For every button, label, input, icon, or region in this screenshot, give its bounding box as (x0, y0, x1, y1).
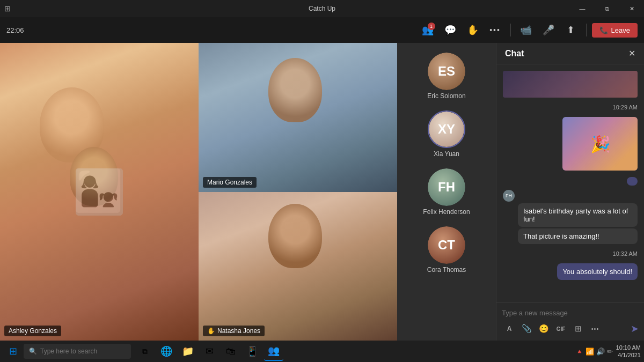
divider (510, 24, 511, 36)
edge-button[interactable]: 🌐 (157, 342, 176, 361)
chat-title: Chat (505, 49, 524, 58)
chat-more-button[interactable]: ••• (588, 321, 603, 336)
video-cell-mario: Mario Gonzales (199, 43, 397, 192)
felix-chat-avatar: FH (503, 190, 515, 202)
chevron-up-icon[interactable]: 🔺 (576, 348, 583, 355)
participant-item-xia[interactable]: XY Xia Yuan (397, 106, 496, 162)
participant-avatar-cora: CT (428, 226, 465, 264)
xia-avatar-bg: XY (429, 112, 464, 147)
more-icon: ••• (489, 26, 501, 34)
cora-avatar-bg: CT (428, 226, 465, 264)
windows-logo-icon: ⊞ (9, 345, 17, 357)
gif-button[interactable]: GIF (553, 321, 568, 336)
taskview-button[interactable]: ⧉ (135, 342, 155, 361)
main-content: Ashley Gonzales Mario Gonzales ✋ Natasha… (0, 43, 644, 341)
natasha-name-tag: ✋ Natasha Jones (203, 326, 265, 336)
chat-bubble-reply: You absolutely should! (557, 263, 638, 280)
restore-button[interactable]: ⧉ (595, 0, 619, 17)
participants-button[interactable]: 👥 1 (418, 20, 437, 40)
teams-toolbar: 22:06 👥 1 💬 ✋ ••• 📹 🎤 ⬆ 📞 Leave (0, 17, 644, 43)
emoji-button[interactable]: 😊 (536, 321, 551, 336)
format-button[interactable]: A (502, 321, 517, 336)
raise-hand-button[interactable]: ✋ (463, 20, 482, 40)
chat-messages: 10:29 AM 🎉 FH Isabel's birthday party wa… (496, 64, 644, 302)
previous-content-preview (503, 71, 638, 98)
felix-name: Felix Henderson (423, 208, 470, 216)
chat-button[interactable]: 💬 (441, 20, 460, 40)
chat-other-msg-felix: FH Isabel's birthday party was a lot of … (503, 190, 638, 244)
minimize-button[interactable]: — (570, 0, 595, 17)
chat-icon: 💬 (444, 24, 456, 36)
camera-button[interactable]: 📹 (516, 20, 536, 40)
phone-end-icon: 📞 (599, 26, 608, 34)
eric-name: Eric Solomon (427, 92, 465, 100)
taskbar-clock[interactable]: 10:10 AM 4/1/2021 (616, 344, 641, 359)
share-button[interactable]: ⬆ (561, 20, 581, 40)
mail-button[interactable]: ✉ (200, 342, 219, 361)
title-bar-left: ⊞ (0, 4, 11, 13)
participants-badge: 1 (428, 23, 435, 30)
toolbar-right: 👥 1 💬 ✋ ••• 📹 🎤 ⬆ 📞 Leave (418, 20, 638, 40)
felix-bubble-1: Isabel's birthday party was a lot of fun… (518, 203, 638, 227)
chat-birthday-image: 🎉 (562, 117, 638, 171)
xia-name: Xia Yuan (434, 150, 459, 158)
eric-avatar-bg: ES (428, 53, 465, 90)
chat-bubble-birthday (627, 177, 638, 186)
network-icon[interactable]: 📶 (586, 348, 594, 356)
taskbar-right: 🔺 📶 🔊 ✏ 10:10 AM 4/1/2021 (576, 344, 641, 359)
video-cell-ashley: Ashley Gonzales (0, 43, 199, 341)
mic-icon: 🎤 (543, 24, 554, 36)
face-shape-2 (70, 147, 118, 206)
start-button[interactable]: ⊞ (3, 342, 23, 361)
more-button[interactable]: ••• (486, 20, 505, 40)
participant-avatar-xia: XY (428, 110, 465, 148)
system-tray: 🔺 📶 🔊 ✏ (576, 348, 613, 356)
taskbar-search-input[interactable] (40, 348, 126, 355)
felix-bubble-2: That picture is amazing!! (518, 228, 638, 244)
taskbar-pinned-apps: ⧉ 🌐 📁 ✉ 🛍 📱 👥 (135, 342, 283, 361)
taskbar: ⊞ 🔍 ⧉ 🌐 📁 ✉ 🛍 📱 👥 🔺 📶 🔊 ✏ 10:10 AM 4/1/2… (0, 341, 644, 362)
participant-item-eric[interactable]: ES Eric Solomon (397, 48, 496, 104)
ashley-name-tag: Ashley Gonzales (4, 326, 61, 336)
chat-header: Chat ✕ (496, 43, 644, 64)
cora-name: Cora Thomas (427, 266, 466, 274)
chat-message-input[interactable] (502, 307, 639, 319)
teams-button[interactable]: 👥 (264, 342, 283, 361)
title-bar-controls: — ⧉ ✕ (570, 0, 644, 17)
leave-button[interactable]: 📞 Leave (592, 23, 638, 38)
ashley-bg (0, 43, 199, 341)
video-grid: Ashley Gonzales Mario Gonzales ✋ Natasha… (0, 43, 397, 341)
chat-input-area: A 📎 😊 GIF ⊞ ••• ➤ (496, 302, 644, 341)
phone-button[interactable]: 📱 (243, 342, 262, 361)
message-time-1029: 10:29 AM (503, 102, 638, 112)
message-time-1032: 10:32 AM (503, 248, 638, 258)
raise-hand-icon: ✋ (467, 24, 479, 36)
birthday-img-placeholder: 🎉 (562, 117, 638, 171)
title-bar: ⊞ Catch Up — ⧉ ✕ (0, 0, 644, 17)
mario-face (268, 58, 322, 122)
chat-panel: Chat ✕ 10:29 AM 🎉 FH (496, 43, 644, 341)
divider2 (586, 24, 587, 36)
store-button[interactable]: 🛍 (221, 342, 240, 361)
taskbar-search-box[interactable]: 🔍 (24, 344, 131, 359)
mic-button[interactable]: 🎤 (539, 20, 558, 40)
close-button[interactable]: ✕ (619, 0, 644, 17)
window-title: Catch Up (309, 5, 335, 12)
participant-avatar-felix: FH (428, 168, 465, 206)
felix-msg-header: FH (503, 190, 638, 202)
app-icon: ⊞ (4, 4, 11, 13)
sticker-button[interactable]: ⊞ (570, 321, 586, 336)
chat-close-button[interactable]: ✕ (628, 48, 635, 58)
explorer-button[interactable]: 📁 (178, 342, 197, 361)
participant-item-cora[interactable]: CT Cora Thomas (397, 222, 496, 278)
participant-list: ES Eric Solomon XY Xia Yuan FH Felix Hen… (397, 43, 496, 341)
natasha-face (268, 204, 322, 268)
volume-icon[interactable]: 🔊 (596, 348, 605, 356)
send-button[interactable]: ➤ (631, 323, 639, 335)
participant-item-felix[interactable]: FH Felix Henderson (397, 164, 496, 220)
share-icon: ⬆ (567, 24, 575, 36)
pen-icon[interactable]: ✏ (607, 348, 613, 356)
search-icon: 🔍 (29, 348, 37, 355)
attach-button[interactable]: 📎 (519, 321, 534, 336)
video-cell-natasha: ✋ Natasha Jones (199, 192, 397, 341)
